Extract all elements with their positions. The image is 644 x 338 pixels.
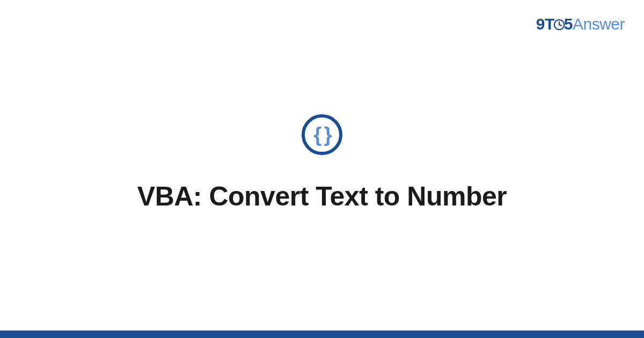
bottom-accent-bar: [0, 330, 644, 338]
svg-line-2: [559, 25, 561, 26]
brand-part-9t: 9T: [536, 15, 554, 33]
page-title: VBA: Convert Text to Number: [137, 181, 507, 212]
clock-icon: [553, 19, 565, 31]
brand-part-5: 5: [564, 15, 573, 33]
brand-part-answer: Answer: [573, 15, 625, 33]
brand-logo: 9T5Answer: [536, 15, 625, 33]
braces-glyph: { }: [313, 124, 330, 145]
main-content: { } VBA: Convert Text to Number: [0, 114, 644, 212]
code-braces-icon: { }: [302, 114, 342, 155]
